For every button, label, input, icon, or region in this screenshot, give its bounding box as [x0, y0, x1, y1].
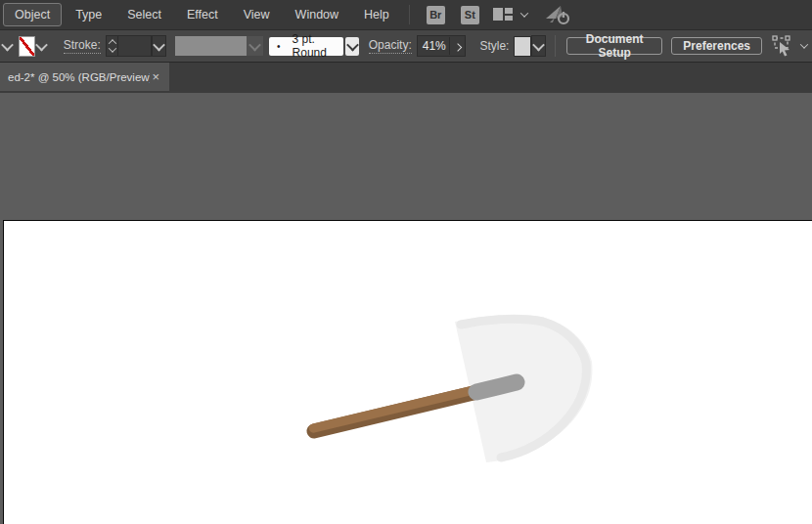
- workspace-switcher-button[interactable]: [492, 7, 527, 22]
- menubar-separator: [409, 5, 410, 24]
- controlbar-separator: [555, 35, 556, 57]
- menu-object[interactable]: Object: [3, 3, 62, 26]
- document-tab-bar: ed-2* @ 50% (RGB/Preview) ×: [0, 63, 812, 95]
- stroke-weight-input[interactable]: [118, 35, 152, 57]
- stroke-color-dropdown[interactable]: [35, 36, 47, 56]
- chevron-down-icon: [153, 38, 165, 51]
- pasteboard[interactable]: [0, 93, 812, 524]
- fill-color-dropdown[interactable]: [1, 36, 13, 56]
- chevron-down-icon: [248, 38, 261, 51]
- variable-width-profile-preview: [175, 36, 246, 56]
- brush-definition-chevron-button[interactable]: [345, 37, 358, 56]
- gpu-performance-button[interactable]: [544, 3, 571, 26]
- menu-select[interactable]: Select: [115, 3, 173, 26]
- chevron-down-icon: [532, 38, 545, 51]
- chevron-down-icon: [108, 44, 115, 52]
- opacity-label[interactable]: Opacity:: [369, 38, 412, 54]
- chevron-right-icon: [454, 43, 462, 51]
- illustrator-window: { "menubar": { "items": [ {"label": "Obj…: [0, 0, 812, 524]
- gpu-performance-icon: [544, 3, 571, 26]
- shovel-artwork[interactable]: [4, 221, 812, 523]
- opacity-expand-button[interactable]: [449, 37, 465, 55]
- chevron-down-icon: [346, 38, 359, 51]
- shovel-handle[interactable]: [314, 390, 474, 428]
- document-setup-button[interactable]: Document Setup: [566, 37, 662, 55]
- menu-effect[interactable]: Effect: [175, 3, 230, 26]
- graphic-style-swatch[interactable]: [514, 36, 531, 57]
- brush-stroke-preview-dot: •: [277, 41, 281, 52]
- select-similar-objects-button[interactable]: [771, 35, 807, 57]
- graphic-style-dropdown[interactable]: [531, 35, 546, 57]
- stroke-weight-dropdown[interactable]: [152, 35, 166, 57]
- menu-help[interactable]: Help: [352, 3, 401, 26]
- opacity-input[interactable]: 41%: [417, 35, 467, 57]
- menu-bar: Object Type Select Effect View Window He…: [0, 0, 812, 30]
- document-tab-title: ed-2* @ 50% (RGB/Preview): [8, 71, 150, 83]
- brush-definition-value: 3 pt. Round: [293, 32, 337, 60]
- width-profile-dropdown-disabled: [247, 36, 263, 56]
- tab-close-icon[interactable]: ×: [150, 70, 161, 83]
- chevron-down-icon: [35, 38, 48, 51]
- graphic-styles-panel-button[interactable]: St: [461, 6, 479, 24]
- brush-definition-dropdown[interactable]: • 3 pt. Round: [269, 37, 343, 56]
- menu-view[interactable]: View: [232, 3, 282, 26]
- chevron-down-icon: [520, 9, 528, 17]
- document-tab[interactable]: ed-2* @ 50% (RGB/Preview) ×: [0, 63, 169, 91]
- stroke-weight-stepper[interactable]: [106, 35, 119, 57]
- workspace-switcher-icon: [492, 7, 514, 22]
- opacity-value: 41%: [423, 39, 446, 53]
- select-similar-icon: [771, 35, 794, 57]
- menu-type[interactable]: Type: [64, 3, 113, 26]
- shovel-collar[interactable]: [476, 382, 517, 392]
- stroke-label[interactable]: Stroke:: [64, 38, 101, 54]
- menu-window[interactable]: Window: [284, 3, 350, 26]
- stroke-none-swatch[interactable]: [19, 36, 35, 57]
- chevron-down-icon: [800, 40, 808, 48]
- artboard[interactable]: [3, 220, 812, 524]
- chevron-down-icon: [1, 38, 14, 51]
- preferences-button[interactable]: Preferences: [671, 37, 762, 55]
- control-bar: Stroke: • 3 pt. Round Opacity: 41% Style…: [0, 30, 812, 63]
- style-label[interactable]: Style:: [479, 39, 509, 53]
- brushes-panel-button[interactable]: Br: [427, 6, 445, 24]
